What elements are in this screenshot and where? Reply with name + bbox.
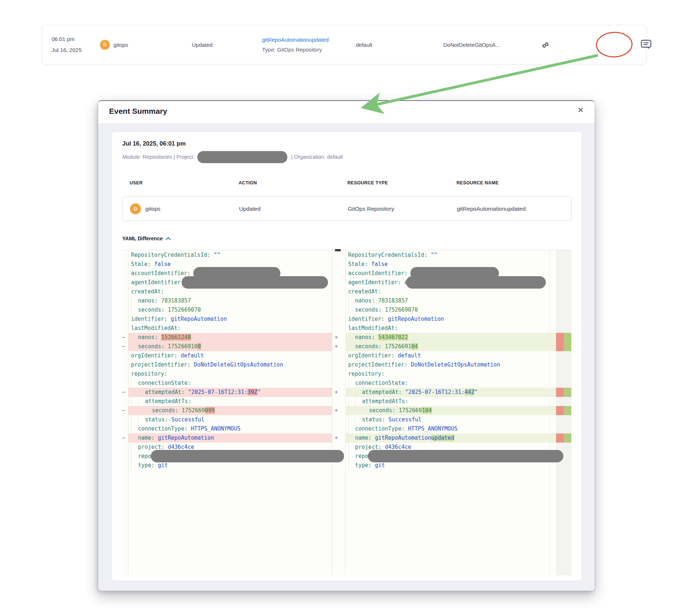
diff-line: projectIdentifier: DoNotDeleteGitOpsAuto… (345, 360, 556, 369)
diff-line: seconds: 1752669070 (128, 305, 332, 315)
diff-fold-marker[interactable] (335, 249, 341, 251)
redaction-blob (406, 276, 546, 289)
diff-line: RepositoryCredentialsId: "" (345, 251, 556, 260)
diff-line: seconds: 1752669100 (128, 342, 332, 351)
diff-line: seconds: 1752669099 (128, 406, 332, 415)
diff-line: connectionState: (345, 379, 556, 388)
audit-log-row[interactable]: 06:01 pm Jul 16, 2025 G gitops Updated g… (42, 25, 646, 64)
diff-line: nanos: 543467022 (345, 333, 556, 342)
event-detail-card: Jul 16, 2025, 06:01 pm Module: Repositor… (112, 132, 582, 581)
resource-name-link[interactable]: gitRepoAutomationupdated (262, 35, 329, 45)
diff-line: name: gitRepoAutomationupdated (345, 433, 556, 443)
diff-line: connectionType: HTTPS_ANONYMOUS (345, 424, 556, 433)
diff-row: connectionState:connectionState: (122, 379, 571, 388)
redaction-blob (151, 450, 344, 462)
event-summary-button[interactable] (639, 38, 653, 52)
avatar: G (100, 40, 110, 50)
event-time-clock: 06:01 pm (52, 34, 75, 45)
event-organization: default (356, 25, 372, 64)
resource-type-text: Type: GitOps Repository (262, 45, 322, 55)
column-header-resource-type: RESOURCE TYPE (347, 180, 388, 185)
diff-row: RepositoryCredentialsId: ""RepositoryCre… (122, 251, 571, 260)
diff-row: projectIdentifier: DoNotDeleteGitOpsAuto… (122, 360, 571, 369)
diff-line: nanos: 783183857 (128, 296, 332, 305)
close-icon[interactable]: ✕ (575, 105, 586, 115)
row-user-name: gitops (145, 206, 160, 212)
diff-line: connectionType: HTTPS_ANONYMOUS (128, 424, 332, 433)
diff-line: orgIdentifier: default (128, 351, 332, 360)
event-meta-line: Module: Repositories | Project:| Organiz… (122, 150, 343, 164)
diff-row: seconds: 1752669070seconds: 1752669070 (122, 305, 571, 315)
column-header-resource-name: RESOURCE NAME (456, 180, 499, 185)
redaction-blob (197, 151, 287, 163)
row-resource-type: GitOps Repository (348, 197, 394, 221)
diff-line: seconds: 1752669104 (345, 342, 556, 351)
diff-line: identifier: gitRepoAutomation (128, 315, 332, 324)
diff-line: seconds: 1752669070 (345, 305, 556, 315)
diff-row: attemptedAtTs:attemptedAtTs: (122, 397, 571, 406)
diff-line: repo: (128, 452, 332, 461)
diff-line: createdAt: (345, 287, 556, 296)
diff-line: orgIdentifier: default (345, 351, 556, 360)
diff-row: connectionType: HTTPS_ANONYMOUSconnectio… (122, 424, 571, 433)
redaction-blob (368, 450, 563, 462)
table-row: G gitops Updated GitOps Repository gitRe… (122, 196, 572, 221)
diff-row: type: gittype: git (122, 461, 571, 470)
event-summary-modal: Event Summary ✕ Jul 16, 2025, 06:01 pm M… (98, 100, 595, 591)
user-name: gitops (113, 42, 128, 48)
diff-line: repository: (345, 369, 556, 379)
yaml-difference-label: YAML Difference (122, 236, 163, 241)
avatar: G (130, 203, 141, 214)
diff-line: type: git (128, 461, 332, 470)
diff-row: −seconds: 1752669100+seconds: 1752669104 (122, 342, 571, 351)
diff-line: status: Successful (345, 415, 556, 424)
modal-body: Jul 16, 2025, 06:01 pm Module: Repositor… (98, 124, 595, 591)
diff-row: −nanos: 152661248+nanos: 543467022 (122, 333, 571, 342)
meta-organization: Organization: default (294, 154, 343, 160)
diff-line: RepositoryCredentialsId: "" (128, 251, 332, 260)
column-header-user: USER (130, 180, 143, 185)
diff-line: agentIdentifier: a (345, 278, 556, 287)
yaml-diff-rows: RepositoryCredentialsId: ""RepositoryCre… (122, 251, 571, 470)
event-action: Updated (192, 25, 213, 64)
diff-line: lastModifiedAt: (345, 324, 556, 333)
event-timestamp: Jul 16, 2025, 06:01 pm (122, 140, 186, 147)
diff-line: nanos: 783183857 (345, 296, 556, 305)
diff-line: lastModifiedAt: (128, 324, 332, 333)
diff-line: attemptedAtTs: (345, 397, 556, 406)
link-icon: ∞ (540, 38, 551, 50)
resource-scope-button[interactable]: ∞ (542, 25, 549, 64)
diff-line: repository: (128, 369, 332, 379)
redaction-blob (182, 276, 328, 289)
event-user: G gitops (100, 25, 128, 64)
yaml-difference-toggle[interactable]: YAML Difference (122, 236, 171, 241)
column-header-action: ACTION (239, 180, 257, 185)
event-resource: gitRepoAutomationupdated Type: GitOps Re… (262, 25, 329, 64)
row-action: Updated (239, 197, 261, 221)
row-user: G gitops (130, 197, 160, 221)
diff-line: connectionState: (128, 379, 332, 388)
diff-row: agentIdentifier:agentIdentifier: a (122, 278, 571, 287)
diff-line: status: Successful (128, 415, 332, 424)
modal-title: Event Summary (109, 107, 167, 116)
diff-line: identifier: gitRepoAutomation (345, 315, 556, 324)
diff-line: nanos: 152661248 (128, 333, 332, 342)
yaml-diff-viewer: RepositoryCredentialsId: ""RepositoryCre… (122, 250, 571, 575)
diff-line: projectIdentifier: DoNotDeleteGitOpsAuto… (128, 360, 332, 369)
diff-line: attemptedAt: "2025-07-16T12:31:39Z" (128, 388, 332, 397)
diff-row: lastModifiedAt:lastModifiedAt: (122, 324, 571, 333)
diff-row: −seconds: 1752669099+seconds: 1752669104 (122, 406, 571, 415)
modal-header: Event Summary ✕ (98, 101, 595, 124)
diff-row: −name: gitRepoAutomation+name: gitRepoAu… (122, 433, 571, 443)
diff-row: createdAt:createdAt: (122, 287, 571, 296)
note-icon (640, 39, 652, 49)
event-time: 06:01 pm Jul 16, 2025 (52, 25, 82, 64)
screenshot-stage: 06:01 pm Jul 16, 2025 G gitops Updated g… (0, 0, 686, 616)
diff-row: identifier: gitRepoAutomationidentifier:… (122, 315, 571, 324)
row-resource-name: gitRepoAutomationupdated (457, 197, 526, 221)
event-project: DoNotDeleteGitOpsA... (443, 25, 500, 64)
event-time-date: Jul 16, 2025 (52, 45, 82, 56)
diff-line: attemptedAt: "2025-07-16T12:31:44Z" (345, 388, 556, 397)
meta-project-label: Project: (176, 154, 194, 160)
diff-row: status: Successfulstatus: Successful (122, 415, 571, 424)
